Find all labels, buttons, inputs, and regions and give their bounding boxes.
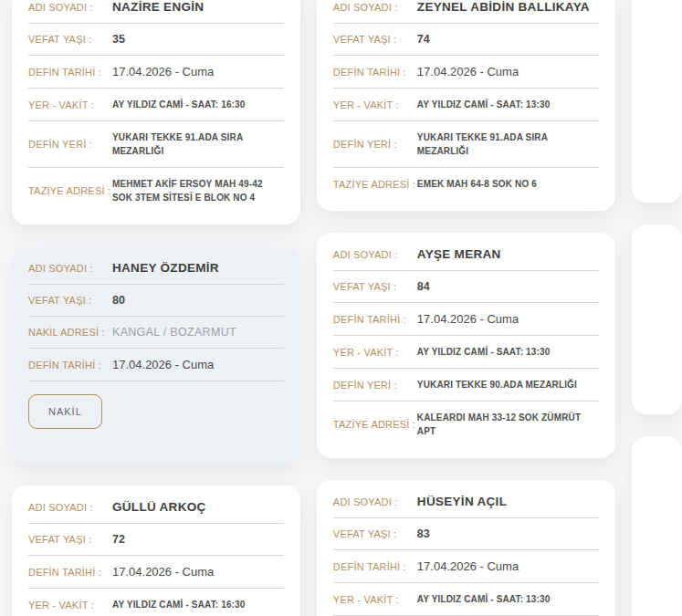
field-label: TAZİYE ADRESİ :	[333, 179, 417, 190]
field-label: DEFİN YERİ :	[333, 380, 417, 391]
obituary-card: ADI SOYADI :HÜSEYİN AÇILVEFAT YAŞI :83DE…	[317, 480, 615, 616]
field-row: DEFİN TARİHİ :17.04.2026 - Cuma	[28, 556, 284, 589]
field-row: DEFİN YERİ :YUKARI TEKKE 91.ADA SIRA MEZ…	[28, 121, 284, 168]
field-value: AY YILDIZ CAMİ - SAAT: 16:30	[112, 598, 284, 611]
field-row: DEFİN TARİHİ :17.04.2026 - Cuma	[28, 349, 284, 381]
field-row: VEFAT YAŞI :80	[28, 285, 284, 317]
field-label: DEFİN TARİHİ :	[28, 360, 112, 371]
field-label: VEFAT YAŞI :	[28, 34, 112, 45]
field-value: YUKARI TEKKE 91.ADA SIRA MEZARLIĞI	[112, 131, 284, 158]
nakil-button[interactable]: NAKİL	[28, 394, 102, 429]
obituary-card: ADI SOYADI :GÜLLÜ ARKOÇVEFAT YAŞI :72DEF…	[12, 485, 300, 616]
field-label: YER - VAKİT :	[333, 347, 417, 358]
obituary-card: ADI SOYADI :HANEY ÖZDEMİRVEFAT YAŞI :80N…	[12, 246, 300, 464]
field-row: VEFAT YAŞI :83	[333, 518, 599, 550]
field-value: AY YILDIZ CAMİ - SAAT: 16:30	[112, 98, 284, 111]
field-value: 17.04.2026 - Cuma	[112, 65, 284, 78]
field-value: EMEK MAH 64-8 SOK NO 6	[417, 177, 599, 191]
field-row: DEFİN TARİHİ :17.04.2026 - Cuma	[333, 56, 599, 89]
obituary-card: ADI SOYADI :ZEYNEL ABİDİN BALLIKAYAVEFAT…	[317, 0, 615, 211]
field-row: ADI SOYADI :NAZİRE ENGİN	[28, 0, 284, 24]
field-label: ADI SOYADI :	[28, 502, 112, 513]
field-row: TAZİYE ADRESİ :KALEARDI MAH 33-12 SOK ZÜ…	[333, 402, 599, 447]
field-value: 17.04.2026 - Cuma	[417, 559, 599, 573]
field-label: YER - VAKİT :	[333, 594, 417, 605]
field-value: 35	[112, 33, 284, 46]
field-value: KALEARDI MAH 33-12 SOK ZÜMRÜT APT	[417, 411, 599, 438]
field-label: DEFİN TARİHİ :	[333, 67, 417, 78]
button-row: NAKİL	[28, 381, 284, 453]
field-label: YER - VAKİT :	[333, 99, 417, 110]
field-row: VEFAT YAŞI :74	[333, 24, 599, 56]
field-row: ADI SOYADI :GÜLLÜ ARKOÇ	[28, 491, 284, 524]
field-value: 17.04.2026 - Cuma	[112, 565, 284, 579]
field-value: KANGAL / BOZARMUT	[112, 326, 284, 339]
field-value: GÜLLÜ ARKOÇ	[112, 500, 284, 514]
field-row: DEFİN TARİHİ :17.04.2026 - Cuma	[28, 56, 284, 89]
field-value: 80	[112, 294, 284, 307]
field-label: TAZİYE ADRESİ :	[333, 419, 417, 430]
field-value: 84	[417, 280, 599, 293]
field-label: DEFİN TARİHİ :	[333, 314, 417, 325]
field-row: ADI SOYADI :AYŞE MERAN	[333, 238, 599, 271]
obituary-card: ADI SOYADI :AYŞE MERANVEFAT YAŞI :84DEFİ…	[317, 233, 615, 458]
field-label: YER - VAKİT :	[28, 600, 112, 611]
field-label: NAKİL ADRESİ :	[28, 327, 112, 338]
field-value: 17.04.2026 - Cuma	[112, 358, 284, 371]
field-label: VEFAT YAŞI :	[333, 281, 417, 292]
field-value: 17.04.2026 - Cuma	[417, 312, 599, 326]
field-label: TAZİYE ADRESİ :	[28, 185, 112, 196]
card-column-cutoff	[632, 0, 682, 616]
field-row: NAKİL ADRESİ :KANGAL / BOZARMUT	[28, 317, 284, 349]
field-label: ADI SOYADI :	[28, 2, 112, 13]
field-row: DEFİN YERİ :YUKARI TEKKE 91.ADA SIRA MEZ…	[333, 121, 599, 168]
field-row: TAZİYE ADRESİ :MEHMET AKİF ERSOY MAH 49-…	[28, 168, 284, 214]
field-row: VEFAT YAŞI :84	[333, 271, 599, 303]
field-label: VEFAT YAŞI :	[28, 534, 112, 545]
field-row: DEFİN YERİ :YUKARI TEKKE 90.ADA MEZARLIĞ…	[333, 369, 599, 402]
field-row: DEFİN TARİHİ :17.04.2026 - Cuma	[333, 550, 599, 583]
field-value: 74	[417, 33, 599, 46]
field-value: ZEYNEL ABİDİN BALLIKAYA	[417, 0, 599, 14]
field-value: AY YILDIZ CAMİ - SAAT: 13:30	[417, 345, 599, 359]
field-value: 72	[112, 533, 284, 546]
field-row: VEFAT YAŞI :35	[28, 24, 284, 56]
field-label: ADI SOYADI :	[333, 249, 417, 260]
field-row: TAZİYE ADRESİ :EMEK MAH 64-8 SOK NO 6	[333, 168, 599, 200]
field-row: YER - VAKİT :AY YILDIZ CAMİ - SAAT: 16:3…	[28, 89, 284, 121]
field-label: DEFİN TARİHİ :	[333, 561, 417, 572]
cutoff-card	[632, 0, 682, 203]
field-label: DEFİN YERİ :	[28, 139, 112, 150]
field-value: MEHMET AKİF ERSOY MAH 49-42 SOK 3TEM SİT…	[112, 177, 284, 204]
field-value: HÜSEYİN AÇIL	[417, 495, 599, 508]
field-value: 83	[417, 527, 599, 540]
field-label: VEFAT YAŞI :	[333, 34, 417, 45]
field-value: YUKARI TEKKE 91.ADA SIRA MEZARLIĞI	[417, 131, 599, 158]
field-value: AY YILDIZ CAMİ - SAAT: 13:30	[417, 98, 599, 111]
field-value: HANEY ÖZDEMİR	[112, 261, 284, 275]
field-row: YER - VAKİT :AY YILDIZ CAMİ - SAAT: 13:3…	[333, 583, 599, 616]
field-row: YER - VAKİT :AY YILDIZ CAMİ - SAAT: 16:3…	[28, 589, 284, 616]
field-row: DEFİN TARİHİ :17.04.2026 - Cuma	[333, 303, 599, 336]
field-row: YER - VAKİT :AY YILDIZ CAMİ - SAAT: 13:3…	[333, 89, 599, 121]
field-value: 17.04.2026 - Cuma	[417, 65, 599, 78]
field-label: ADI SOYADI :	[333, 496, 417, 507]
field-row: YER - VAKİT :AY YILDIZ CAMİ - SAAT: 13:3…	[333, 336, 599, 369]
card-column-left: ADI SOYADI :NAZİRE ENGİNVEFAT YAŞI :35DE…	[12, 0, 300, 616]
field-row: ADI SOYADI :HÜSEYİN AÇIL	[333, 485, 599, 518]
cutoff-card	[632, 224, 682, 414]
field-row: VEFAT YAŞI :72	[28, 524, 284, 556]
field-value: AY YILDIZ CAMİ - SAAT: 13:30	[417, 592, 599, 606]
field-label: DEFİN TARİHİ :	[28, 567, 112, 578]
field-row: ADI SOYADI :ZEYNEL ABİDİN BALLIKAYA	[333, 0, 599, 24]
field-value: AYŞE MERAN	[417, 247, 599, 261]
cutoff-card	[632, 436, 682, 616]
field-label: YER - VAKİT :	[28, 99, 112, 110]
field-row: ADI SOYADI :HANEY ÖZDEMİR	[28, 252, 284, 285]
obituary-card: ADI SOYADI :NAZİRE ENGİNVEFAT YAŞI :35DE…	[12, 0, 300, 224]
card-column-right: ADI SOYADI :ZEYNEL ABİDİN BALLIKAYAVEFAT…	[317, 0, 615, 616]
field-label: DEFİN YERİ :	[333, 139, 417, 150]
field-label: VEFAT YAŞI :	[333, 528, 417, 539]
field-label: ADI SOYADI :	[333, 2, 417, 13]
field-value: NAZİRE ENGİN	[112, 0, 284, 14]
